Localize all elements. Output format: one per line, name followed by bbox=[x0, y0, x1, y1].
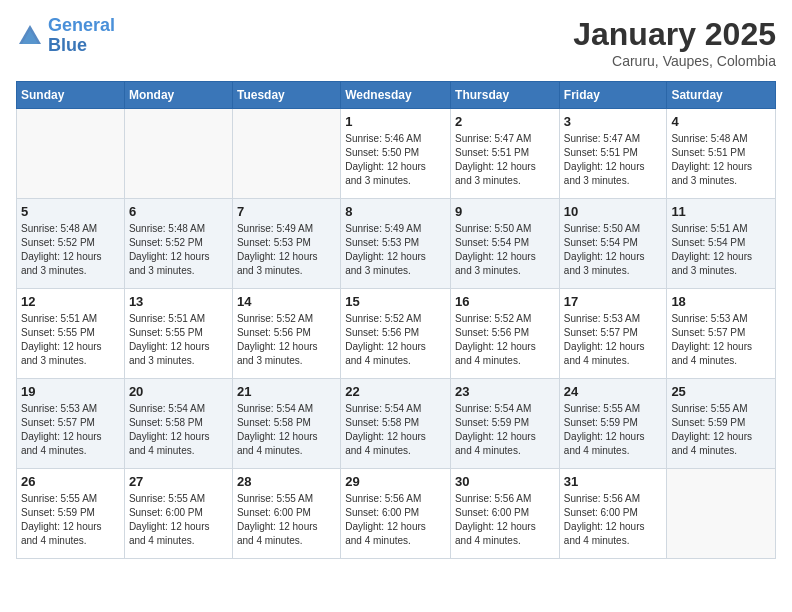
calendar-cell: 10Sunrise: 5:50 AM Sunset: 5:54 PM Dayli… bbox=[559, 199, 667, 289]
calendar-week-row: 1Sunrise: 5:46 AM Sunset: 5:50 PM Daylig… bbox=[17, 109, 776, 199]
calendar-cell: 18Sunrise: 5:53 AM Sunset: 5:57 PM Dayli… bbox=[667, 289, 776, 379]
column-header-sunday: Sunday bbox=[17, 82, 125, 109]
day-number: 4 bbox=[671, 114, 771, 129]
day-info: Sunrise: 5:53 AM Sunset: 5:57 PM Dayligh… bbox=[671, 312, 771, 368]
day-info: Sunrise: 5:48 AM Sunset: 5:52 PM Dayligh… bbox=[129, 222, 228, 278]
calendar-table: SundayMondayTuesdayWednesdayThursdayFrid… bbox=[16, 81, 776, 559]
page-header: General Blue January 2025 Caruru, Vaupes… bbox=[16, 16, 776, 69]
calendar-cell: 30Sunrise: 5:56 AM Sunset: 6:00 PM Dayli… bbox=[451, 469, 560, 559]
logo-line1: General bbox=[48, 15, 115, 35]
column-header-friday: Friday bbox=[559, 82, 667, 109]
day-number: 28 bbox=[237, 474, 336, 489]
day-info: Sunrise: 5:52 AM Sunset: 5:56 PM Dayligh… bbox=[455, 312, 555, 368]
day-info: Sunrise: 5:47 AM Sunset: 5:51 PM Dayligh… bbox=[455, 132, 555, 188]
day-number: 16 bbox=[455, 294, 555, 309]
day-number: 21 bbox=[237, 384, 336, 399]
day-info: Sunrise: 5:49 AM Sunset: 5:53 PM Dayligh… bbox=[237, 222, 336, 278]
column-header-tuesday: Tuesday bbox=[232, 82, 340, 109]
calendar-cell: 6Sunrise: 5:48 AM Sunset: 5:52 PM Daylig… bbox=[124, 199, 232, 289]
day-number: 12 bbox=[21, 294, 120, 309]
calendar-cell: 3Sunrise: 5:47 AM Sunset: 5:51 PM Daylig… bbox=[559, 109, 667, 199]
calendar-cell: 8Sunrise: 5:49 AM Sunset: 5:53 PM Daylig… bbox=[341, 199, 451, 289]
day-info: Sunrise: 5:55 AM Sunset: 5:59 PM Dayligh… bbox=[671, 402, 771, 458]
day-number: 27 bbox=[129, 474, 228, 489]
day-info: Sunrise: 5:51 AM Sunset: 5:55 PM Dayligh… bbox=[129, 312, 228, 368]
day-info: Sunrise: 5:50 AM Sunset: 5:54 PM Dayligh… bbox=[564, 222, 663, 278]
day-info: Sunrise: 5:52 AM Sunset: 5:56 PM Dayligh… bbox=[237, 312, 336, 368]
day-number: 17 bbox=[564, 294, 663, 309]
calendar-week-row: 26Sunrise: 5:55 AM Sunset: 5:59 PM Dayli… bbox=[17, 469, 776, 559]
calendar-cell: 21Sunrise: 5:54 AM Sunset: 5:58 PM Dayli… bbox=[232, 379, 340, 469]
day-number: 5 bbox=[21, 204, 120, 219]
day-number: 29 bbox=[345, 474, 446, 489]
day-info: Sunrise: 5:54 AM Sunset: 5:58 PM Dayligh… bbox=[237, 402, 336, 458]
calendar-cell: 28Sunrise: 5:55 AM Sunset: 6:00 PM Dayli… bbox=[232, 469, 340, 559]
calendar-cell: 7Sunrise: 5:49 AM Sunset: 5:53 PM Daylig… bbox=[232, 199, 340, 289]
calendar-week-row: 12Sunrise: 5:51 AM Sunset: 5:55 PM Dayli… bbox=[17, 289, 776, 379]
day-info: Sunrise: 5:50 AM Sunset: 5:54 PM Dayligh… bbox=[455, 222, 555, 278]
calendar-cell: 2Sunrise: 5:47 AM Sunset: 5:51 PM Daylig… bbox=[451, 109, 560, 199]
calendar-cell: 20Sunrise: 5:54 AM Sunset: 5:58 PM Dayli… bbox=[124, 379, 232, 469]
calendar-cell: 25Sunrise: 5:55 AM Sunset: 5:59 PM Dayli… bbox=[667, 379, 776, 469]
calendar-cell bbox=[17, 109, 125, 199]
day-number: 3 bbox=[564, 114, 663, 129]
calendar-cell: 12Sunrise: 5:51 AM Sunset: 5:55 PM Dayli… bbox=[17, 289, 125, 379]
day-info: Sunrise: 5:55 AM Sunset: 6:00 PM Dayligh… bbox=[237, 492, 336, 548]
day-info: Sunrise: 5:48 AM Sunset: 5:52 PM Dayligh… bbox=[21, 222, 120, 278]
day-info: Sunrise: 5:54 AM Sunset: 5:58 PM Dayligh… bbox=[129, 402, 228, 458]
calendar-cell: 22Sunrise: 5:54 AM Sunset: 5:58 PM Dayli… bbox=[341, 379, 451, 469]
calendar-cell: 4Sunrise: 5:48 AM Sunset: 5:51 PM Daylig… bbox=[667, 109, 776, 199]
day-info: Sunrise: 5:54 AM Sunset: 5:59 PM Dayligh… bbox=[455, 402, 555, 458]
day-number: 18 bbox=[671, 294, 771, 309]
column-header-saturday: Saturday bbox=[667, 82, 776, 109]
calendar-cell: 13Sunrise: 5:51 AM Sunset: 5:55 PM Dayli… bbox=[124, 289, 232, 379]
day-number: 9 bbox=[455, 204, 555, 219]
calendar-cell: 14Sunrise: 5:52 AM Sunset: 5:56 PM Dayli… bbox=[232, 289, 340, 379]
calendar-cell: 31Sunrise: 5:56 AM Sunset: 6:00 PM Dayli… bbox=[559, 469, 667, 559]
day-number: 24 bbox=[564, 384, 663, 399]
day-number: 1 bbox=[345, 114, 446, 129]
calendar-cell: 29Sunrise: 5:56 AM Sunset: 6:00 PM Dayli… bbox=[341, 469, 451, 559]
day-number: 30 bbox=[455, 474, 555, 489]
day-info: Sunrise: 5:55 AM Sunset: 5:59 PM Dayligh… bbox=[564, 402, 663, 458]
day-number: 23 bbox=[455, 384, 555, 399]
day-number: 2 bbox=[455, 114, 555, 129]
day-info: Sunrise: 5:56 AM Sunset: 6:00 PM Dayligh… bbox=[455, 492, 555, 548]
calendar-cell: 24Sunrise: 5:55 AM Sunset: 5:59 PM Dayli… bbox=[559, 379, 667, 469]
day-number: 10 bbox=[564, 204, 663, 219]
day-number: 11 bbox=[671, 204, 771, 219]
logo-line2: Blue bbox=[48, 35, 87, 55]
day-number: 13 bbox=[129, 294, 228, 309]
day-info: Sunrise: 5:51 AM Sunset: 5:54 PM Dayligh… bbox=[671, 222, 771, 278]
calendar-cell: 11Sunrise: 5:51 AM Sunset: 5:54 PM Dayli… bbox=[667, 199, 776, 289]
day-info: Sunrise: 5:47 AM Sunset: 5:51 PM Dayligh… bbox=[564, 132, 663, 188]
column-header-monday: Monday bbox=[124, 82, 232, 109]
calendar-cell: 23Sunrise: 5:54 AM Sunset: 5:59 PM Dayli… bbox=[451, 379, 560, 469]
calendar-week-row: 5Sunrise: 5:48 AM Sunset: 5:52 PM Daylig… bbox=[17, 199, 776, 289]
location: Caruru, Vaupes, Colombia bbox=[573, 53, 776, 69]
day-info: Sunrise: 5:46 AM Sunset: 5:50 PM Dayligh… bbox=[345, 132, 446, 188]
logo-text: General Blue bbox=[48, 16, 115, 56]
month-title: January 2025 bbox=[573, 16, 776, 53]
day-number: 22 bbox=[345, 384, 446, 399]
day-info: Sunrise: 5:53 AM Sunset: 5:57 PM Dayligh… bbox=[564, 312, 663, 368]
day-number: 8 bbox=[345, 204, 446, 219]
day-number: 6 bbox=[129, 204, 228, 219]
column-header-thursday: Thursday bbox=[451, 82, 560, 109]
calendar-cell bbox=[667, 469, 776, 559]
day-number: 20 bbox=[129, 384, 228, 399]
day-number: 26 bbox=[21, 474, 120, 489]
day-info: Sunrise: 5:56 AM Sunset: 6:00 PM Dayligh… bbox=[564, 492, 663, 548]
day-number: 15 bbox=[345, 294, 446, 309]
column-header-wednesday: Wednesday bbox=[341, 82, 451, 109]
day-info: Sunrise: 5:55 AM Sunset: 5:59 PM Dayligh… bbox=[21, 492, 120, 548]
calendar-cell: 5Sunrise: 5:48 AM Sunset: 5:52 PM Daylig… bbox=[17, 199, 125, 289]
day-info: Sunrise: 5:49 AM Sunset: 5:53 PM Dayligh… bbox=[345, 222, 446, 278]
calendar-cell: 9Sunrise: 5:50 AM Sunset: 5:54 PM Daylig… bbox=[451, 199, 560, 289]
day-number: 25 bbox=[671, 384, 771, 399]
calendar-cell: 17Sunrise: 5:53 AM Sunset: 5:57 PM Dayli… bbox=[559, 289, 667, 379]
calendar-cell: 15Sunrise: 5:52 AM Sunset: 5:56 PM Dayli… bbox=[341, 289, 451, 379]
day-number: 14 bbox=[237, 294, 336, 309]
day-info: Sunrise: 5:53 AM Sunset: 5:57 PM Dayligh… bbox=[21, 402, 120, 458]
calendar-cell: 19Sunrise: 5:53 AM Sunset: 5:57 PM Dayli… bbox=[17, 379, 125, 469]
